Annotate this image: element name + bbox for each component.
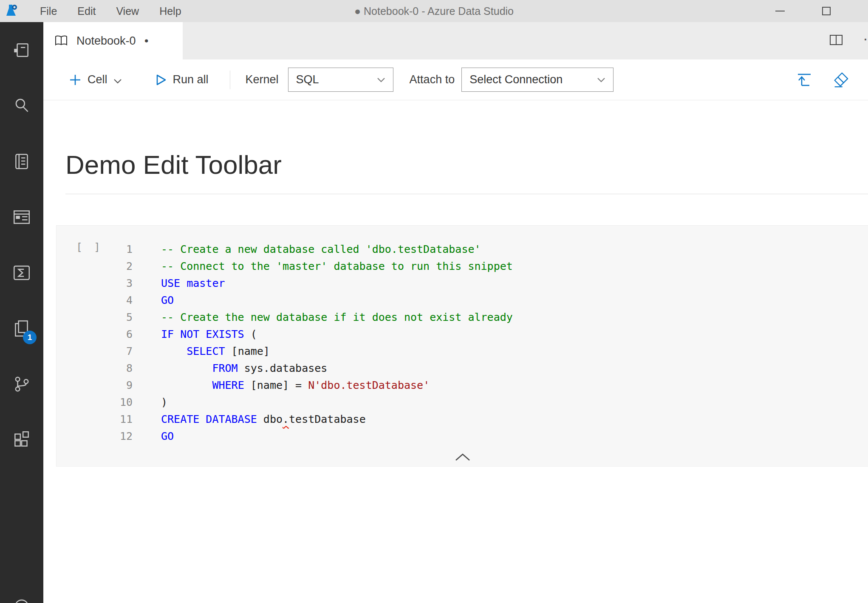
code-line[interactable]: 8 FROM sys.databases xyxy=(57,360,868,377)
code-text: IF NOT EXISTS ( xyxy=(133,326,257,343)
tab-notebook-0[interactable]: Notebook-0 ● xyxy=(43,22,183,59)
run-icon xyxy=(155,74,167,86)
badge-count: 1 xyxy=(23,331,37,344)
code-line[interactable]: 1-- Create a new database called 'dbo.te… xyxy=(57,241,868,258)
notebook-toolbar: Cell Run all Kernel SQL Attach to Select… xyxy=(43,59,868,100)
code-text: SELECT [name] xyxy=(133,343,270,360)
code-text: GO xyxy=(133,292,174,309)
sidebar-item-notebooks[interactable] xyxy=(0,133,43,189)
toolbar-right-actions xyxy=(795,71,849,89)
source-control-icon xyxy=(12,374,31,394)
code-text: USE master xyxy=(133,275,225,292)
chevron-down-icon xyxy=(113,78,122,84)
title-bar: File Edit View Help ● Notebook-0 - Azure… xyxy=(0,0,868,22)
add-cell-label: Cell xyxy=(88,73,107,86)
code-text: CREATE DATABASE dbo.testDatabase xyxy=(133,411,366,428)
tab-bar: Notebook-0 ● ·· xyxy=(43,22,868,59)
code-text: -- Connect to the 'master' database to r… xyxy=(133,258,513,275)
code-line[interactable]: 10) xyxy=(57,394,868,411)
menu-file[interactable]: File xyxy=(30,0,67,22)
markdown-heading: Demo Edit Toolbar xyxy=(65,150,282,180)
dirty-indicator: ● xyxy=(144,37,149,45)
code-line[interactable]: 6IF NOT EXISTS ( xyxy=(57,326,868,343)
maximize-button[interactable] xyxy=(822,7,831,15)
search-icon xyxy=(12,96,31,116)
chevron-up-icon xyxy=(453,453,472,462)
menu-help[interactable]: Help xyxy=(149,0,191,22)
sidebar-item-file-copy[interactable]: 1 xyxy=(0,300,43,356)
code-text: WHERE [name] = N'dbo.testDatabase' xyxy=(133,377,430,394)
code-line[interactable]: 7 SELECT [name] xyxy=(57,343,868,360)
window-title: ● Notebook-0 - Azure Data Studio xyxy=(354,0,514,22)
sidebar-item-extensions[interactable] xyxy=(0,412,43,467)
code-text: GO xyxy=(133,428,174,445)
line-number: 9 xyxy=(57,377,133,394)
app-icon xyxy=(3,3,19,19)
window-icon xyxy=(12,207,31,227)
line-number: 12 xyxy=(57,428,133,445)
menu-view[interactable]: View xyxy=(106,0,149,22)
code-line[interactable]: 11CREATE DATABASE dbo.testDatabase xyxy=(57,411,868,428)
kernel-value: SQL xyxy=(296,73,377,86)
more-actions-button[interactable]: ·· xyxy=(863,30,868,48)
clear-results-button[interactable] xyxy=(831,71,849,89)
manage-gear-icon[interactable] xyxy=(12,597,31,603)
sidebar-item-connections[interactable] xyxy=(0,22,43,78)
heading-divider xyxy=(65,194,868,194)
split-editor-button[interactable] xyxy=(829,33,843,48)
line-number: 7 xyxy=(57,343,133,360)
line-number: 1 xyxy=(57,241,133,258)
line-number: 5 xyxy=(57,309,133,326)
add-cell-button[interactable]: Cell xyxy=(69,73,122,86)
menu-edit[interactable]: Edit xyxy=(67,0,106,22)
line-number: 3 xyxy=(57,275,133,292)
chevron-down-icon xyxy=(377,77,385,83)
line-number: 10 xyxy=(57,394,133,411)
toolbar-separator xyxy=(230,71,230,89)
eraser-icon xyxy=(831,71,849,89)
run-all-label: Run all xyxy=(173,73,209,86)
kernel-dropdown[interactable]: SQL xyxy=(288,68,393,92)
window-controls xyxy=(775,0,831,22)
chevron-down-icon xyxy=(597,77,605,83)
code-text: ) xyxy=(133,394,167,411)
sidebar-item-search[interactable] xyxy=(0,78,43,133)
line-number: 2 xyxy=(57,258,133,275)
attach-to-label: Attach to xyxy=(410,73,455,86)
open-book-icon xyxy=(54,34,68,47)
connections-icon xyxy=(12,40,31,60)
collapse-cells-icon xyxy=(795,71,813,88)
code-line[interactable]: 2-- Connect to the 'master' database to … xyxy=(57,258,868,275)
code-line[interactable]: 5-- Create the new database if it does n… xyxy=(57,309,868,326)
attach-to-value: Select Connection xyxy=(469,73,597,86)
activity-bar: 1 xyxy=(0,22,43,603)
code-text: -- Create a new database called 'dbo.tes… xyxy=(133,241,481,258)
tab-label: Notebook-0 xyxy=(76,34,136,48)
extensions-icon xyxy=(12,430,31,450)
sidebar-item-source-control[interactable] xyxy=(0,356,43,412)
code-text: FROM sys.databases xyxy=(133,360,327,377)
sidebar-item-explorer-window[interactable] xyxy=(0,189,43,245)
code-cell[interactable]: [ ] 1-- Create a new database called 'db… xyxy=(56,225,868,467)
terminal-sigma-icon xyxy=(12,263,31,283)
line-number: 8 xyxy=(57,360,133,377)
code-text: -- Create the new database if it does no… xyxy=(133,309,513,326)
plus-icon xyxy=(69,74,82,86)
collapse-cells-button[interactable] xyxy=(795,71,813,88)
line-number: 11 xyxy=(57,411,133,428)
notebook-content: Demo Edit Toolbar [ ] 1-- Create a new d… xyxy=(43,100,868,603)
code-line[interactable]: 3USE master xyxy=(57,275,868,292)
attach-to-dropdown[interactable]: Select Connection xyxy=(461,68,614,92)
sidebar-item-query-history[interactable] xyxy=(0,245,43,300)
code-line[interactable]: 12GO xyxy=(57,428,868,445)
run-all-button[interactable]: Run all xyxy=(155,73,215,86)
collapse-cell-button[interactable] xyxy=(453,453,472,464)
line-number: 6 xyxy=(57,326,133,343)
code-lines[interactable]: 1-- Create a new database called 'dbo.te… xyxy=(57,241,868,445)
code-line[interactable]: 4GO xyxy=(57,292,868,309)
line-number: 4 xyxy=(57,292,133,309)
code-line[interactable]: 9 WHERE [name] = N'dbo.testDatabase' xyxy=(57,377,868,394)
notebook-icon xyxy=(12,152,31,171)
minimize-button[interactable] xyxy=(775,11,785,11)
kernel-label: Kernel xyxy=(246,73,279,86)
